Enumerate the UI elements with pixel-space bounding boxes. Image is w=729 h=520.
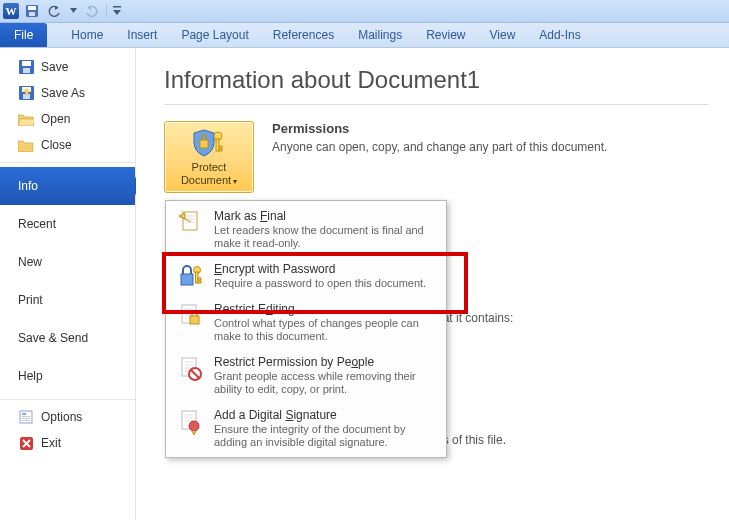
- sidebar-item-label: Save & Send: [18, 331, 88, 345]
- sidebar-item-label: Info: [18, 179, 38, 193]
- page-title: Information about Document1: [164, 66, 709, 94]
- menu-item-desc: Let readers know the document is final a…: [214, 224, 436, 250]
- svg-rect-3: [113, 6, 121, 8]
- sidebar-item-label: New: [18, 255, 42, 269]
- file-tab[interactable]: File: [0, 23, 47, 47]
- shield-key-icon: [192, 128, 226, 158]
- svg-rect-25: [198, 278, 201, 280]
- sidebar-item-recent[interactable]: Recent: [0, 205, 135, 243]
- sidebar-item-open[interactable]: Open: [0, 106, 135, 132]
- sidebar-item-print[interactable]: Print: [0, 281, 135, 319]
- tab-references[interactable]: References: [261, 23, 346, 47]
- sidebar-item-label: Close: [41, 138, 72, 152]
- restrict-editing-icon: [176, 302, 204, 330]
- svg-rect-19: [219, 146, 222, 148]
- options-icon: [18, 410, 34, 424]
- prepare-text-tail: hat it contains:: [436, 311, 513, 325]
- svg-rect-5: [22, 61, 31, 66]
- sidebar-item-save-send[interactable]: Save & Send: [0, 319, 135, 357]
- save-icon: [18, 60, 34, 74]
- sidebar-item-label: Help: [18, 369, 43, 383]
- tab-page-layout[interactable]: Page Layout: [169, 23, 260, 47]
- menu-item-desc: Require a password to open this document…: [214, 277, 436, 290]
- svg-rect-28: [190, 316, 199, 324]
- sidebar-item-label: Recent: [18, 217, 56, 231]
- permissions-description: Anyone can open, copy, and change any pa…: [272, 140, 607, 154]
- encrypt-password-icon: [176, 262, 204, 290]
- sidebar-item-options[interactable]: Options: [0, 404, 135, 430]
- qat-redo-button[interactable]: [81, 2, 101, 20]
- menu-item-restrict-people[interactable]: Restrict Permission by People Grant peop…: [166, 349, 446, 402]
- protect-label-line1: Protect: [169, 161, 249, 174]
- protect-label-line2: Document▾: [169, 174, 249, 188]
- sidebar-item-label: Open: [41, 112, 70, 126]
- word-app-icon: W: [3, 3, 19, 19]
- protect-document-button[interactable]: Protect Document▾: [164, 121, 254, 193]
- qat-customize-button[interactable]: [112, 2, 122, 20]
- exit-icon: [18, 436, 34, 450]
- backstage-sidebar: Save Save As Open Close Info Recent: [0, 48, 136, 520]
- protect-document-menu: Mark as Final Let readers know the docum…: [165, 200, 447, 458]
- close-file-icon: [18, 138, 34, 152]
- svg-rect-9: [23, 94, 30, 99]
- sidebar-item-label: Options: [41, 410, 82, 424]
- svg-rect-14: [22, 420, 30, 421]
- sidebar-item-save[interactable]: Save: [0, 54, 135, 80]
- qat-separator: [106, 4, 107, 18]
- sidebar-item-label: Print: [18, 293, 43, 307]
- open-icon: [18, 112, 34, 126]
- menu-item-title: Add a Digital Signature: [214, 408, 436, 422]
- menu-item-mark-final[interactable]: Mark as Final Let readers know the docum…: [166, 203, 446, 256]
- title-underline: [164, 104, 709, 105]
- menu-item-desc: Grant people access while removing their…: [214, 370, 436, 396]
- svg-rect-22: [181, 274, 193, 285]
- qat-save-button[interactable]: [22, 2, 42, 20]
- digital-signature-icon: [176, 408, 204, 436]
- sidebar-item-new[interactable]: New: [0, 243, 135, 281]
- sidebar-item-save-as[interactable]: Save As: [0, 80, 135, 106]
- sidebar-item-label: Exit: [41, 436, 61, 450]
- svg-rect-13: [22, 418, 30, 419]
- menu-item-encrypt-password[interactable]: Encrypt with Password Require a password…: [166, 256, 446, 296]
- menu-item-title: Mark as Final: [214, 209, 436, 223]
- menu-item-desc: Control what types of changes people can…: [214, 317, 436, 343]
- svg-rect-1: [28, 6, 36, 10]
- mark-final-icon: [176, 209, 204, 237]
- tab-review[interactable]: Review: [414, 23, 477, 47]
- menu-item-title: Encrypt with Password: [214, 262, 436, 276]
- tab-view[interactable]: View: [478, 23, 528, 47]
- sidebar-item-close[interactable]: Close: [0, 132, 135, 158]
- sidebar-item-help[interactable]: Help: [0, 357, 135, 395]
- permissions-heading: Permissions: [272, 121, 607, 136]
- svg-rect-12: [22, 416, 30, 417]
- menu-item-desc: Ensure the integrity of the document by …: [214, 423, 436, 449]
- sidebar-separator: [0, 162, 135, 163]
- tab-mailings[interactable]: Mailings: [346, 23, 414, 47]
- permissions-text-block: Permissions Anyone can open, copy, and c…: [272, 121, 607, 154]
- ribbon-tab-strip: File Home Insert Page Layout References …: [0, 23, 729, 48]
- sidebar-item-label: Save As: [41, 86, 85, 100]
- qat-undo-button[interactable]: [45, 2, 65, 20]
- tab-insert[interactable]: Insert: [115, 23, 169, 47]
- svg-rect-2: [29, 12, 35, 16]
- qat-undo-more-button[interactable]: [68, 2, 78, 20]
- menu-item-digital-signature[interactable]: Add a Digital Signature Ensure the integ…: [166, 402, 446, 455]
- restrict-people-icon: [176, 355, 204, 383]
- svg-rect-26: [198, 281, 201, 283]
- sidebar-item-info[interactable]: Info: [0, 167, 135, 205]
- tab-add-ins[interactable]: Add-Ins: [527, 23, 592, 47]
- menu-item-title: Restrict Editing: [214, 302, 436, 316]
- title-bar: W: [0, 0, 729, 23]
- svg-rect-16: [200, 140, 208, 148]
- sidebar-separator: [0, 399, 135, 400]
- svg-point-32: [189, 421, 199, 431]
- svg-rect-11: [22, 413, 26, 415]
- sidebar-item-exit[interactable]: Exit: [0, 430, 135, 456]
- menu-item-restrict-editing[interactable]: Restrict Editing Control what types of c…: [166, 296, 446, 349]
- svg-rect-6: [23, 68, 30, 73]
- svg-rect-20: [219, 149, 222, 151]
- permissions-section: Protect Document▾ Permissions Anyone can…: [164, 121, 709, 193]
- sidebar-item-label: Save: [41, 60, 68, 74]
- tab-home[interactable]: Home: [59, 23, 115, 47]
- save-as-icon: [18, 86, 34, 100]
